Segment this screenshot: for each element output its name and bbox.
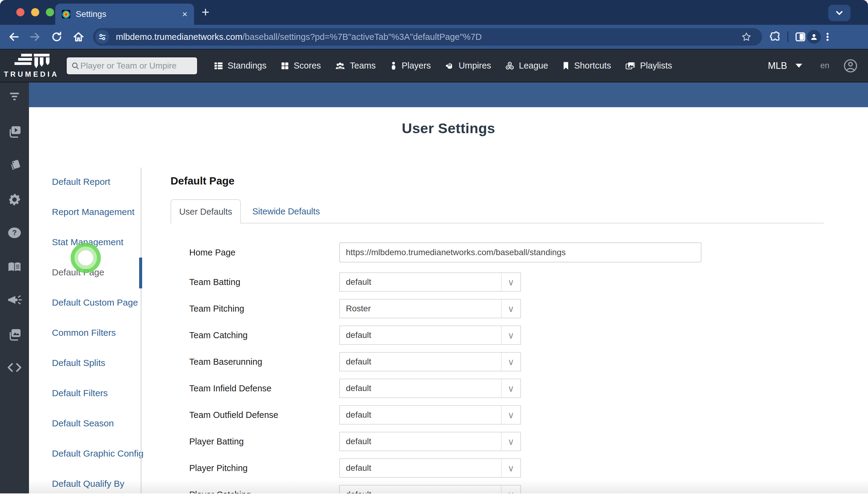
nav-item-league[interactable]: League [505,61,548,71]
announcements-icon[interactable] [0,294,29,307]
window-controls [16,8,54,16]
tab-search-button[interactable] [828,5,850,21]
field-label-player-batting: Player Batting [189,432,244,451]
nav-item-playlists[interactable]: Playlists [625,61,672,71]
menu-item-default-report[interactable]: Default Report [52,176,152,188]
toolbar-divider [787,32,788,42]
select-team-pitching[interactable]: Roster∨ [339,299,521,318]
search-input[interactable] [80,61,193,71]
umpires-icon [445,61,454,70]
select-value: default [340,353,501,371]
filter-icon[interactable] [0,91,29,103]
nav-item-label: Standings [228,61,267,71]
teams-icon [335,61,346,71]
browser-profile-avatar[interactable] [807,30,821,44]
nav-item-umpires[interactable]: Umpires [445,61,491,71]
field-label-team-pitching: Team Pitching [189,299,244,318]
cards-icon[interactable] [0,158,29,172]
forward-button[interactable] [28,30,42,43]
select-team-batting[interactable]: default∨ [339,272,521,292]
side-panel-icon[interactable] [794,30,807,43]
settings-gear-icon[interactable] [0,193,29,207]
home-page-input[interactable] [339,243,702,262]
chevron-down-icon: ∨ [501,300,520,318]
chevron-down-icon: ∨ [501,326,520,344]
zoom-window-button[interactable] [46,8,54,16]
extensions-puzzle-icon[interactable] [769,30,782,43]
tab-sitewide-defaults-label: Sitewide Defaults [252,207,320,216]
menu-item-report-management[interactable]: Report Management [52,206,152,218]
back-button[interactable] [7,30,21,43]
select-team-infield-defense[interactable]: default∨ [339,379,521,398]
settings-content: User Settings Default ReportReport Manag… [29,107,868,493]
menu-item-default-graphic-config[interactable]: Default Graphic Config [52,448,152,460]
nav-item-standings[interactable]: Standings [214,61,267,71]
toolbar-right-cluster [769,30,834,44]
menu-item-default-splits[interactable]: Default Splits [52,357,152,369]
select-value: default [340,486,501,493]
menu-item-stat-management[interactable]: Stat Management [52,236,152,248]
chevron-down-icon: ∨ [501,379,520,397]
nav-item-label: Umpires [458,61,491,71]
nav-item-shortcuts[interactable]: Shortcuts [562,61,611,71]
tab-user-defaults-label: User Defaults [179,207,232,217]
search-icon [71,61,80,71]
new-tab-button[interactable]: + [202,5,210,19]
league-icon [505,61,515,71]
menu-item-default-custom-page[interactable]: Default Custom Page [52,297,152,309]
field-label-player-catching: Player Catching [189,485,251,493]
gallery-icon[interactable] [0,328,29,341]
browser-menu-dots-icon[interactable] [821,30,834,43]
select-value: default [340,326,501,344]
bookmark-star-icon[interactable] [741,32,752,43]
select-team-catching[interactable]: default∨ [339,325,521,345]
select-value: default [340,459,501,477]
nav-item-label: Shortcuts [574,61,611,71]
chevron-down-icon: ∨ [501,459,520,477]
shortcuts-icon [562,61,570,70]
menu-item-default-qualify-by[interactable]: Default Qualify By [52,478,152,490]
menu-item-default-season[interactable]: Default Season [52,417,152,430]
close-tab-icon[interactable]: × [182,10,188,19]
field-label-player-pitching: Player Pitching [189,458,248,478]
url-text: mlbdemo.trumedianetworks.com/baseball/se… [116,32,482,42]
main-area: User Settings Default ReportReport Manag… [29,82,868,493]
trumedia-logo[interactable]: TRUMEDIA [0,53,63,78]
nav-item-players[interactable]: Players [390,61,431,71]
nav-item-teams[interactable]: Teams [335,61,375,71]
home-button[interactable] [72,30,85,43]
league-selector[interactable]: MLB [768,60,802,71]
help-icon[interactable]: ? [0,226,29,239]
select-team-baserunning[interactable]: default∨ [339,352,521,372]
close-window-button[interactable] [16,8,24,16]
select-player-batting[interactable]: default∨ [339,432,521,451]
video-library-icon[interactable] [0,125,29,138]
reload-button[interactable] [50,30,63,43]
site-settings-icon[interactable] [95,30,109,44]
docs-book-icon[interactable] [0,261,29,273]
select-player-pitching[interactable]: default∨ [339,458,521,478]
nav-item-label: Playlists [640,61,672,71]
menu-item-default-filters[interactable]: Default Filters [52,387,152,399]
primary-nav: StandingsScoresTeamsPlayersUmpiresLeague… [214,61,672,71]
browser-tab-settings[interactable]: Settings × [55,4,194,25]
standings-icon [214,61,223,71]
select-player-catching[interactable]: default∨ [339,485,521,493]
select-team-outfield-defense[interactable]: default∨ [339,405,521,424]
code-icon[interactable] [0,361,29,374]
tab-sitewide-defaults[interactable]: Sitewide Defaults [252,199,320,224]
global-search[interactable] [66,56,198,75]
nav-item-scores[interactable]: Scores [280,61,321,71]
page-header-band [29,82,868,107]
select-value: Roster [340,300,501,318]
user-account-icon[interactable] [843,59,858,73]
menu-item-default-page[interactable]: Default Page [52,266,152,279]
tab-user-defaults[interactable]: User Defaults [171,199,241,224]
url-bar[interactable]: mlbdemo.trumedianetworks.com/baseball/se… [93,28,762,45]
menu-item-common-filters[interactable]: Common Filters [52,327,152,339]
menu-active-indicator [139,258,142,288]
home-page-label: Home Page [189,243,235,262]
minimize-window-button[interactable] [31,8,39,16]
language-label[interactable]: en [820,61,829,70]
field-label-team-outfield-defense: Team Outfield Defense [189,405,278,424]
